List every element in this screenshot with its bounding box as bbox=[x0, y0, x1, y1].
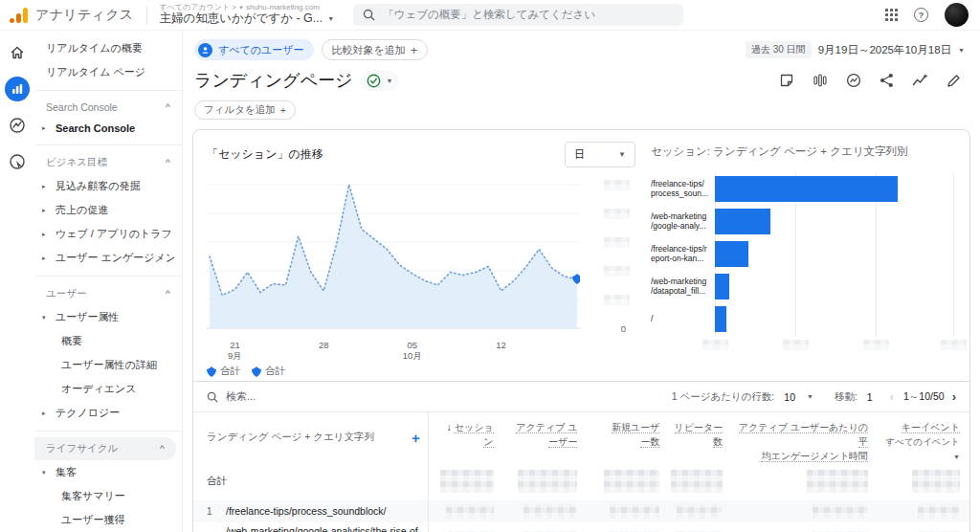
bar[interactable] bbox=[715, 209, 771, 234]
note-icon[interactable] bbox=[779, 73, 794, 88]
sidebar-item-14[interactable]: 概要 bbox=[34, 329, 182, 353]
rows-per-page-value[interactable]: 10 bbox=[784, 391, 795, 403]
bar-category-label: /freelance-tips/process_soun... bbox=[651, 172, 712, 205]
chevron-right-icon: ▸ bbox=[42, 231, 51, 238]
granularity-select[interactable]: 日 ▼ bbox=[565, 142, 635, 167]
column-header[interactable]: 新規ユーザー数 bbox=[587, 412, 669, 462]
collapse-icon: ^ bbox=[160, 445, 165, 453]
chart-legend: 合計 合計 bbox=[207, 365, 635, 378]
redacted-x-axis-value bbox=[783, 340, 809, 350]
nav-divider bbox=[34, 431, 182, 432]
sidebar-item-label: リアルタイムの概要 bbox=[46, 41, 143, 55]
sidebar-item-8[interactable]: ▸売上の促進 bbox=[34, 198, 182, 222]
home-icon[interactable] bbox=[5, 40, 30, 65]
x-axis-tick: 12 bbox=[496, 340, 506, 350]
share-icon[interactable] bbox=[880, 73, 894, 88]
event-selector[interactable]: すべてのイベント ▼ bbox=[885, 436, 960, 461]
dimension-header[interactable]: ランディング ページ + クエリ文字列 bbox=[207, 431, 374, 444]
sidebar-item-19[interactable]: ライフサイクル^ bbox=[34, 437, 176, 460]
report-status-badge[interactable]: ▼ bbox=[360, 71, 399, 91]
sessions-by-landing-page-chart: セッション: ランディング ページ + クエリ文字列別 /freelance-t… bbox=[651, 142, 956, 378]
check-circle-icon bbox=[367, 74, 381, 88]
sidebar-item-label: ユーザー エンゲージメントと... bbox=[56, 251, 174, 265]
legend-item[interactable]: 合計 bbox=[252, 365, 285, 378]
goto-page-value[interactable]: 1 bbox=[867, 391, 873, 403]
table-row-1[interactable]: 1 /freelance-tips/process_soundblock/ bbox=[193, 500, 969, 522]
segment-icon bbox=[198, 43, 212, 57]
advertising-icon[interactable] bbox=[5, 149, 30, 174]
line-chart-plot: 0 bbox=[207, 175, 635, 340]
sidebar-item-16[interactable]: オーディエンス bbox=[34, 377, 182, 401]
next-page-icon[interactable]: › bbox=[952, 389, 956, 404]
redacted-metric-value bbox=[677, 504, 723, 519]
add-filter-button[interactable]: フィルタを追加 + bbox=[194, 100, 296, 120]
nav-divider bbox=[34, 90, 182, 91]
ga-logo-wrap[interactable]: アナリティクス bbox=[0, 7, 133, 24]
bar[interactable] bbox=[715, 274, 729, 299]
avatar[interactable] bbox=[945, 3, 969, 27]
chevron-down-icon[interactable]: ▼ bbox=[807, 393, 813, 400]
sidebar-item-21[interactable]: 集客サマリー bbox=[34, 484, 182, 508]
help-icon[interactable]: ? bbox=[914, 8, 928, 22]
add-comparison-button[interactable]: 比較対象を追加 + bbox=[322, 39, 429, 60]
column-header[interactable]: アクティブ ユーザー bbox=[503, 412, 588, 462]
sidebar-item-17[interactable]: ▸テクノロジー bbox=[34, 401, 182, 425]
sidebar-item-label: Search Console bbox=[56, 122, 135, 134]
reports-icon[interactable] bbox=[5, 77, 30, 101]
sidebar-item-3[interactable]: Search Console^ bbox=[34, 97, 182, 118]
segment-chip-all-users[interactable]: すべてのユーザー bbox=[194, 39, 314, 60]
segment-chip-label: すべてのユーザー bbox=[218, 43, 304, 57]
add-column-icon[interactable]: + bbox=[412, 430, 420, 446]
sidebar-item-4[interactable]: ▸Search Console bbox=[34, 118, 182, 139]
legend-label: 合計 bbox=[220, 365, 240, 378]
x-axis-tick: 0510月 bbox=[403, 340, 422, 362]
sidebar-item-7[interactable]: ▸見込み顧客の発掘 bbox=[34, 174, 182, 198]
table-row-2[interactable]: 2 /web-marketing/google-analytics/the-ri… bbox=[193, 522, 969, 532]
sidebar-item-6[interactable]: ビジネス目標^ bbox=[34, 151, 182, 174]
series-marker-icon bbox=[252, 366, 261, 377]
chevron-right-icon: ▸ bbox=[42, 124, 51, 132]
column-header[interactable]: リピーター数 bbox=[669, 412, 732, 462]
line-chart-svg bbox=[207, 175, 580, 340]
sidebar-item-20[interactable]: ▾集客 bbox=[34, 460, 182, 484]
column-header[interactable]: ↓セッション bbox=[429, 412, 503, 462]
insights-sparkline-icon[interactable] bbox=[912, 73, 928, 88]
total-label: 合計 bbox=[207, 475, 227, 488]
legend-item[interactable]: 合計 bbox=[207, 365, 240, 378]
redacted-metric-value bbox=[918, 504, 960, 519]
apps-grid-icon[interactable] bbox=[885, 9, 898, 21]
sidebar-item-0[interactable]: リアルタイムの概要 bbox=[34, 36, 182, 60]
compare-icon[interactable] bbox=[813, 73, 828, 88]
account-property-selector[interactable]: すべてのアカウント > ▼ shuhu-marketing.com 主婦の知恵い… bbox=[159, 4, 334, 26]
sidebar-item-13[interactable]: ▾ユーザー属性 bbox=[34, 305, 182, 329]
sidebar-item-15[interactable]: ユーザー属性の詳細 bbox=[34, 353, 182, 377]
table-search-input[interactable]: 検索... bbox=[207, 389, 672, 404]
chevron-down-icon: ▼ bbox=[386, 78, 392, 84]
explore-icon[interactable] bbox=[5, 113, 30, 138]
sidebar-item-1[interactable]: リアルタイム ページ bbox=[34, 60, 182, 84]
column-header[interactable]: キーイベントすべてのイベント ▼ bbox=[878, 412, 969, 462]
insights-clock-icon[interactable] bbox=[846, 73, 861, 88]
sidebar-item-12[interactable]: ユーザー^ bbox=[34, 282, 182, 305]
search-placeholder: 「ウェブの概要」と検索してみてください bbox=[383, 8, 595, 22]
edit-pencil-icon[interactable] bbox=[947, 74, 961, 88]
previous-page-icon[interactable]: ‹ bbox=[890, 389, 894, 404]
sidebar-item-label: 売上の促進 bbox=[56, 203, 108, 217]
sidebar-item-22[interactable]: ユーザー獲得 bbox=[34, 508, 182, 532]
sidebar-item-9[interactable]: ▸ウェブ / アプリのトラフィック... bbox=[34, 222, 182, 246]
google-analytics-logo-icon bbox=[10, 8, 28, 23]
column-header[interactable]: アクティブ ユーザーあたりの平均エンゲージメント時間 bbox=[732, 412, 878, 462]
redacted-metric-value bbox=[671, 470, 723, 493]
bar[interactable] bbox=[715, 241, 749, 267]
sidebar-item-label: ユーザー獲得 bbox=[61, 513, 125, 527]
date-range-selector[interactable]: 過去 30 日間 9月19日～2025年10月18日 ▼ bbox=[746, 41, 965, 58]
chevron-right-icon: ▸ bbox=[42, 183, 51, 190]
bar[interactable] bbox=[715, 306, 727, 332]
redacted-metric-value bbox=[813, 504, 868, 519]
global-search-input[interactable]: 「ウェブの概要」と検索してみてください bbox=[353, 4, 683, 26]
sidebar-item-10[interactable]: ▸ユーザー エンゲージメントと... bbox=[34, 246, 182, 270]
sidebar-item-label: ユーザー属性の詳細 bbox=[61, 358, 157, 372]
add-comparison-label: 比較対象を追加 bbox=[332, 43, 406, 57]
bar[interactable] bbox=[715, 176, 898, 202]
bar-category-label: /freelance-tips/report-on-kan... bbox=[651, 237, 712, 270]
